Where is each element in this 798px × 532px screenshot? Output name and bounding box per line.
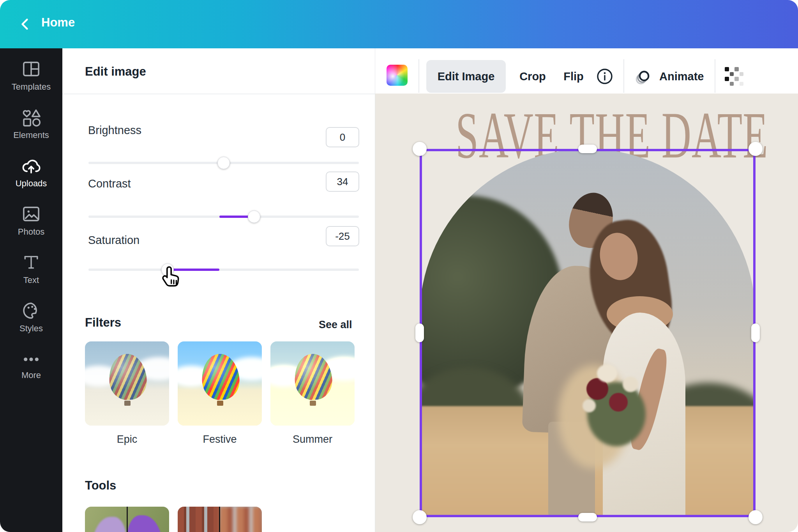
sidebar-item-label: Templates: [0, 82, 62, 92]
filter-thumb-epic[interactable]: [85, 341, 169, 426]
animate-icon[interactable]: [634, 67, 653, 87]
crop-button[interactable]: Crop: [511, 60, 554, 93]
balloon-preview-image: [178, 341, 262, 426]
flower-split-preview-image: [85, 507, 169, 532]
templates-icon: [21, 58, 42, 80]
edit-image-panel: [62, 48, 375, 532]
resize-handle-bottom-middle[interactable]: [578, 513, 597, 521]
saturation-slider-fill: [168, 269, 219, 271]
animate-button[interactable]: Animate: [659, 60, 704, 93]
chevron-left-icon: [15, 14, 35, 34]
sidebar-item-uploads[interactable]: Uploads: [0, 155, 62, 206]
photo-bouquet-flower: [623, 376, 638, 392]
home-label: Home: [41, 16, 75, 30]
elements-icon: [21, 107, 42, 128]
toolbar-divider: [715, 59, 715, 93]
selected-photo-element[interactable]: [420, 149, 756, 517]
flip-button[interactable]: Flip: [555, 60, 592, 93]
saturation-slider-thumb[interactable]: [161, 263, 174, 276]
sidebar-item-label: Styles: [0, 323, 62, 334]
sidebar-item-text[interactable]: Text: [0, 252, 62, 302]
text-icon: [21, 252, 42, 273]
contrast-value-input[interactable]: 34: [326, 171, 359, 192]
top-header-bar: Home: [0, 0, 798, 48]
edit-image-tab[interactable]: Edit Image: [426, 60, 506, 93]
saturation-value-input[interactable]: -25: [326, 226, 359, 246]
brightness-slider-thumb[interactable]: [217, 157, 230, 169]
saturation-label: Saturation: [88, 234, 139, 247]
filters-title: Filters: [85, 316, 121, 330]
contrast-slider-thumb[interactable]: [248, 210, 260, 223]
toolbar-divider: [418, 59, 419, 93]
back-button[interactable]: [15, 14, 35, 34]
transparency-checkerboard-icon[interactable]: [725, 67, 743, 86]
brightness-value-input[interactable]: 0: [326, 127, 359, 147]
tool-thumb-blur[interactable]: [178, 507, 262, 532]
more-icon: [21, 351, 42, 368]
sidebar-item-elements[interactable]: Elements: [0, 107, 62, 157]
info-icon[interactable]: [595, 67, 614, 86]
contrast-slider[interactable]: [88, 216, 359, 218]
sidebar-item-label: More: [0, 370, 62, 380]
saturation-slider[interactable]: [88, 269, 359, 271]
tools-title: Tools: [85, 479, 116, 493]
uploads-icon: [21, 155, 42, 176]
toolbar-divider: [623, 59, 624, 93]
resize-handle-bottom-left[interactable]: [413, 510, 427, 524]
filter-label-epic: Epic: [85, 433, 169, 445]
photo-bouquet-flower: [597, 364, 617, 382]
see-all-link[interactable]: See all: [319, 319, 359, 331]
sidebar-item-label: Elements: [0, 130, 62, 140]
balloon-preview-image: [270, 341, 355, 426]
sidebar-item-more[interactable]: More: [0, 351, 62, 401]
tool-thumb-adjust[interactable]: [85, 507, 169, 532]
panel-title: Edit image: [85, 65, 146, 79]
canva-editor-window: Home Templates Eleme: [0, 0, 798, 532]
brightness-label: Brightness: [88, 124, 141, 137]
photo-bouquet-flower: [609, 393, 628, 412]
sidebar-item-label: Photos: [0, 227, 62, 237]
contrast-label: Contrast: [88, 177, 131, 190]
photos-icon: [21, 203, 42, 224]
sidebar-item-photos[interactable]: Photos: [0, 203, 62, 254]
panel-divider: [62, 94, 375, 94]
resize-handle-top-middle[interactable]: [578, 145, 597, 153]
styles-icon: [21, 300, 42, 321]
photo-bouquet-flower: [583, 399, 596, 412]
resize-handle-left-middle[interactable]: [415, 323, 424, 342]
resize-handle-top-left[interactable]: [413, 142, 427, 156]
sidebar-item-templates[interactable]: Templates: [0, 58, 62, 109]
resize-handle-right-middle[interactable]: [751, 323, 760, 342]
sidebar-item-label: Uploads: [0, 179, 62, 189]
resize-handle-bottom-right[interactable]: [749, 510, 763, 524]
filter-thumb-festive[interactable]: [178, 341, 262, 426]
sidebar: Templates Elements Upload: [0, 48, 62, 532]
filter-thumb-summer[interactable]: [270, 341, 355, 426]
color-picker-swatch[interactable]: [387, 65, 408, 86]
brightness-slider[interactable]: [88, 162, 359, 164]
sidebar-item-label: Text: [0, 275, 62, 285]
resize-handle-top-right[interactable]: [749, 142, 763, 156]
balloon-preview-image: [85, 341, 169, 426]
arch-wedding-photo[interactable]: [420, 149, 756, 517]
filter-label-festive: Festive: [178, 433, 262, 445]
filter-label-summer: Summer: [270, 433, 355, 445]
sidebar-item-styles[interactable]: Styles: [0, 300, 62, 351]
building-split-preview-image: [178, 507, 262, 532]
